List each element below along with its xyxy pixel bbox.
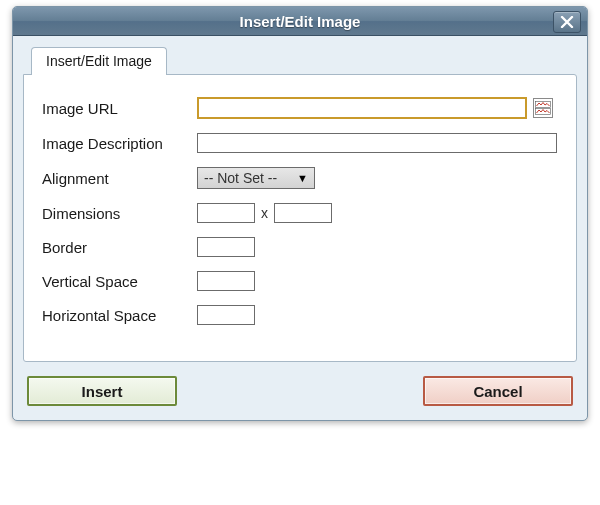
horizontal-space-input[interactable] — [197, 305, 255, 325]
chevron-down-icon: ▼ — [297, 172, 308, 184]
cancel-button[interactable]: Cancel — [423, 376, 573, 406]
label-vertical-space: Vertical Space — [42, 273, 197, 290]
dimensions-separator: x — [261, 205, 268, 221]
browse-icon — [535, 101, 551, 115]
dialog-titlebar: Insert/Edit Image — [13, 7, 587, 36]
label-border: Border — [42, 239, 197, 256]
label-horizontal-space: Horizontal Space — [42, 307, 197, 324]
row-alignment: Alignment -- Not Set -- ▼ — [42, 167, 558, 189]
dimension-width-input[interactable] — [197, 203, 255, 223]
row-vertical-space: Vertical Space — [42, 271, 558, 291]
browse-image-button[interactable] — [533, 98, 553, 118]
row-dimensions: Dimensions x — [42, 203, 558, 223]
close-button[interactable] — [553, 11, 581, 33]
image-url-input[interactable] — [197, 97, 527, 119]
alignment-select[interactable]: -- Not Set -- ▼ — [197, 167, 315, 189]
label-alignment: Alignment — [42, 170, 197, 187]
form-panel: Image URL Image Description Alignment --… — [23, 74, 577, 362]
alignment-selected-value: -- Not Set -- — [204, 170, 277, 186]
insert-button[interactable]: Insert — [27, 376, 177, 406]
dimension-height-input[interactable] — [274, 203, 332, 223]
row-border: Border — [42, 237, 558, 257]
row-image-url: Image URL — [42, 97, 558, 119]
label-dimensions: Dimensions — [42, 205, 197, 222]
vertical-space-input[interactable] — [197, 271, 255, 291]
dialog-footer: Insert Cancel — [13, 362, 587, 420]
dialog-title: Insert/Edit Image — [240, 13, 361, 30]
row-image-description: Image Description — [42, 133, 558, 153]
label-image-description: Image Description — [42, 135, 197, 152]
insert-edit-image-dialog: Insert/Edit Image Insert/Edit Image Imag… — [12, 6, 588, 421]
border-input[interactable] — [197, 237, 255, 257]
tab-insert-edit-image[interactable]: Insert/Edit Image — [31, 47, 167, 75]
row-horizontal-space: Horizontal Space — [42, 305, 558, 325]
label-image-url: Image URL — [42, 100, 197, 117]
image-description-input[interactable] — [197, 133, 557, 153]
close-icon — [560, 16, 574, 28]
tabs-row: Insert/Edit Image — [13, 36, 587, 74]
